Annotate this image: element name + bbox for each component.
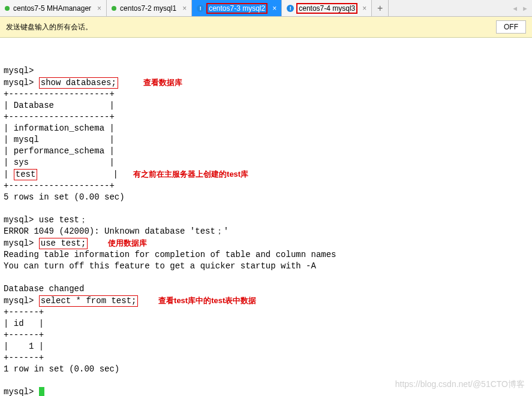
tab-label: centos7-4 mysql3 (296, 3, 357, 14)
terminal-line: | id | (4, 319, 44, 328)
terminal-line: mysql> use test； (4, 215, 88, 225)
status-dot-icon (112, 6, 116, 11)
tab-mysql1[interactable]: centos7-2 mysql1 × (107, 0, 192, 16)
boxed-cmd-show-db: show databases; (39, 77, 118, 89)
terminal-line: ERROR 1049 (42000): Unknown database 'te… (4, 226, 229, 236)
terminal-line: | performance_schema | (4, 146, 115, 156)
terminal-line: You can turn off this feature to get a q… (4, 261, 316, 271)
tab-bar: centos7-5 MHAmanager × centos7-2 mysql1 … (0, 0, 532, 17)
prompt: mysql> (4, 238, 39, 248)
terminal-output[interactable]: mysql> mysql> show databases; 查看数据库 +---… (0, 38, 532, 396)
terminal-line: +--------------------+ (4, 89, 115, 99)
tab-mhamanager[interactable]: centos7-5 MHAmanager × (0, 0, 107, 16)
terminal-line: +------+ (4, 307, 44, 317)
terminal-line: +------+ (4, 353, 44, 362)
add-tab-button[interactable]: + (372, 0, 389, 16)
tab-mysql3[interactable]: ! centos7-4 mysql3 × (282, 0, 372, 16)
tab-label: centos7-2 mysql1 (120, 4, 176, 13)
close-icon[interactable]: × (272, 4, 276, 13)
prompt: mysql> (4, 296, 39, 306)
close-icon[interactable]: × (97, 4, 101, 13)
broadcast-text: 发送键盘输入的所有会话。 (6, 22, 92, 32)
terminal-line: Reading table information for completion… (4, 250, 336, 259)
close-icon[interactable]: × (182, 4, 187, 13)
chevron-left-icon[interactable]: ◄ (512, 5, 518, 12)
tab-mysql2[interactable]: ! centos7-3 mysql2 × (192, 0, 282, 16)
terminal-line: | (4, 170, 14, 179)
terminal-line: Database changed (4, 284, 84, 294)
terminal-line: mysql> (4, 66, 34, 75)
info-icon: ! (197, 5, 204, 12)
chevron-right-icon[interactable]: ► (522, 5, 528, 12)
terminal-line: | sys | (4, 158, 115, 167)
terminal-line: +--------------------+ (4, 112, 115, 122)
terminal-line: | Database | (4, 101, 115, 110)
terminal-line: | information_schema | (4, 123, 115, 133)
comment-test-db: 有之前在主服务器上创建的test库 (133, 170, 248, 179)
prompt: mysql> (4, 387, 39, 396)
broadcast-bar: 发送键盘输入的所有会话。 OFF (0, 17, 532, 38)
status-dot-icon (5, 6, 10, 11)
off-button[interactable]: OFF (496, 20, 526, 34)
info-icon: ! (287, 5, 294, 12)
tab-label: centos7-5 MHAmanager (13, 4, 91, 13)
terminal-line: +------+ (4, 330, 44, 340)
terminal-line: +--------------------+ (4, 181, 115, 191)
boxed-db-test: test (14, 169, 38, 180)
tab-nav-arrows: ◄ ► (508, 0, 532, 16)
terminal-line: | mysql | (4, 135, 115, 144)
tab-label: centos7-3 mysql2 (206, 3, 267, 14)
comment-select: 查看test库中的test表中数据 (158, 296, 256, 305)
close-icon[interactable]: × (362, 4, 366, 13)
boxed-cmd-select: select * from test; (39, 295, 139, 307)
boxed-cmd-use-test: use test; (39, 238, 88, 249)
terminal-line: | 1 | (4, 341, 44, 351)
cursor (39, 387, 44, 396)
comment-use-db: 使用数据库 (108, 238, 147, 247)
terminal-line: 5 rows in set (0.00 sec) (4, 192, 125, 202)
prompt: mysql> (4, 78, 39, 87)
terminal-line: 1 row in set (0.00 sec) (4, 364, 119, 374)
comment-show-db: 查看数据库 (143, 78, 182, 87)
